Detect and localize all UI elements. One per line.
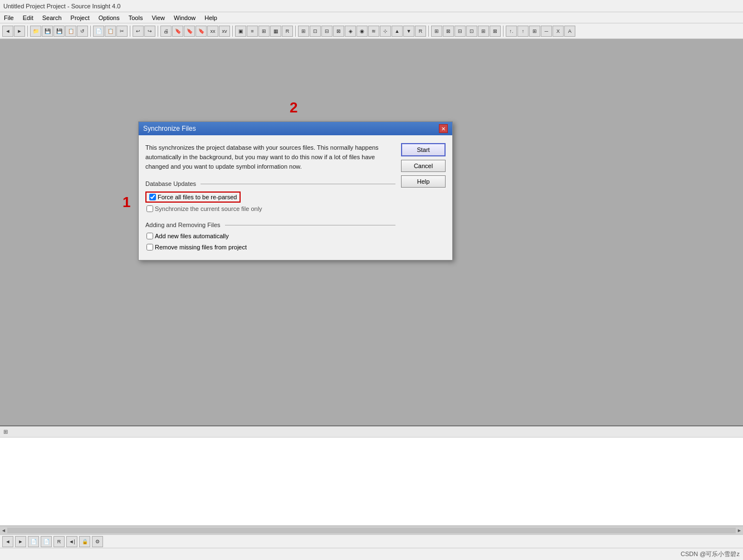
help-button[interactable]: Help	[401, 175, 446, 188]
status-bar: CSDN @可乐小雪碧z	[0, 548, 743, 560]
bt-file2-btn[interactable]: 📄	[41, 536, 52, 547]
nav-back-btn[interactable]: ◄	[2, 26, 13, 37]
paste-btn[interactable]: 📋	[105, 26, 116, 37]
bt-r-btn[interactable]: R	[53, 536, 65, 547]
scroll-track[interactable]	[7, 528, 736, 533]
menu-edit[interactable]: Edit	[21, 14, 35, 21]
extra1-btn[interactable]: ⊞	[298, 26, 309, 37]
sync-current-checkbox[interactable]	[146, 205, 153, 212]
extra2-btn[interactable]: ⊡	[310, 26, 321, 37]
database-updates-label: Database Updates	[145, 180, 196, 187]
bt-lock-btn[interactable]: 🔒	[79, 536, 90, 547]
func3-btn[interactable]: ⊞	[258, 26, 270, 37]
section-divider-2	[225, 225, 395, 225]
save3-btn[interactable]: 📋	[65, 26, 76, 37]
open-btn[interactable]: 📁	[30, 26, 41, 37]
print-btn[interactable]: 🖨	[160, 26, 172, 37]
menu-bar: File Edit Search Project Options Tools V…	[0, 12, 743, 23]
sym5-btn[interactable]: ⊞	[478, 26, 489, 37]
func5-btn[interactable]: R	[282, 26, 293, 37]
save2-btn[interactable]: 💾	[53, 26, 65, 37]
nav4-btn[interactable]: ─	[541, 26, 552, 37]
menu-project[interactable]: Project	[69, 14, 91, 21]
force-reparse-checkbox[interactable]	[149, 194, 156, 200]
menu-tools[interactable]: Tools	[127, 14, 145, 21]
panel-icon: ⊞	[3, 429, 8, 435]
dialog-body: This synchronizes the project database w…	[139, 135, 452, 260]
search2-btn[interactable]: xv	[219, 26, 230, 37]
synchronize-files-dialog: Synchronize Files ✕ This synchronizes th…	[138, 121, 453, 261]
sep3	[130, 26, 130, 37]
remove-missing-label[interactable]: Remove missing files from project	[146, 244, 247, 250]
bt-pipe-btn[interactable]: ◄|	[66, 536, 77, 547]
bt-gear-btn[interactable]: ⚙	[92, 536, 103, 547]
adding-removing-label: Adding and Removing Files	[145, 222, 221, 228]
scroll-right-btn[interactable]: ►	[737, 528, 742, 533]
menu-window[interactable]: Window	[172, 14, 197, 21]
sym6-btn[interactable]: ⊠	[490, 26, 501, 37]
bookmarks-btn[interactable]: 🔖	[172, 26, 183, 37]
sync-current-text: Synchronize the current source file only	[155, 205, 262, 212]
scroll-left-btn[interactable]: ◄	[1, 528, 6, 533]
extra5-btn[interactable]: ◈	[345, 26, 356, 37]
save-btn[interactable]: 💾	[42, 26, 53, 37]
adding-removing-section: Adding and Removing Files Add new files …	[145, 222, 395, 252]
toolbar: ◄ ► 📁 💾 💾 📋 ↺ 📄 📋 ✂ ↩ ↪ 🖨 🔖 🔖 🔖 xx xv ▣ …	[0, 23, 743, 39]
sep4	[158, 26, 158, 37]
sym1-btn[interactable]: ⊞	[431, 26, 442, 37]
database-updates-header: Database Updates	[145, 180, 395, 187]
bookmarks2-btn[interactable]: 🔖	[184, 26, 195, 37]
func4-btn[interactable]: ▦	[270, 26, 281, 37]
extra4-btn[interactable]: ⊠	[333, 26, 344, 37]
remove-missing-text: Remove missing files from project	[155, 244, 247, 250]
nav3-btn[interactable]: ⊞	[529, 26, 540, 37]
remove-missing-checkbox[interactable]	[146, 244, 153, 250]
app-title: Untitled Project Project - Source Insigh…	[3, 3, 120, 9]
extra3-btn[interactable]: ⊟	[321, 26, 333, 37]
database-updates-section: Database Updates Force all files to be r…	[145, 180, 395, 214]
redo-btn[interactable]: ↪	[144, 26, 155, 37]
bt-file1-btn[interactable]: 📄	[28, 536, 39, 547]
extra9-btn[interactable]: ▲	[392, 26, 403, 37]
bt-fwd-btn[interactable]: ►	[15, 536, 26, 547]
menu-view[interactable]: View	[150, 14, 167, 21]
func1-btn[interactable]: ▣	[235, 26, 246, 37]
extra6-btn[interactable]: ◉	[356, 26, 368, 37]
menu-help[interactable]: Help	[203, 14, 219, 21]
sym4-btn[interactable]: ⊡	[466, 26, 477, 37]
sym3-btn[interactable]: ⊟	[454, 26, 466, 37]
nav5-btn[interactable]: X	[553, 26, 564, 37]
nav1-btn[interactable]: ↑.	[506, 26, 517, 37]
sep8	[503, 26, 504, 37]
sep6	[295, 26, 296, 37]
add-new-files-label[interactable]: Add new files automatically	[146, 233, 229, 239]
refresh-btn[interactable]: ↺	[77, 26, 88, 37]
extra10-btn[interactable]: ▼	[403, 26, 414, 37]
cancel-button[interactable]: Cancel	[401, 160, 446, 172]
force-reparse-label[interactable]: Force all files to be re-parsed	[145, 191, 241, 203]
extra8-btn[interactable]: ⊹	[380, 26, 391, 37]
menu-file[interactable]: File	[2, 14, 16, 21]
bt-back-btn[interactable]: ◄	[2, 536, 13, 547]
nav6-btn[interactable]: A	[564, 26, 575, 37]
menu-search[interactable]: Search	[41, 14, 63, 21]
sym2-btn[interactable]: ⊠	[443, 26, 454, 37]
cut-btn[interactable]: ✂	[116, 26, 128, 37]
menu-options[interactable]: Options	[97, 14, 121, 21]
horizontal-scrollbar[interactable]: ◄ ►	[0, 525, 743, 534]
undo-btn[interactable]: ↩	[133, 26, 144, 37]
main-content-area: 2 1 Synchronize Files ✕	[0, 39, 743, 425]
nav2-btn[interactable]: ↑	[517, 26, 529, 37]
sync-current-label[interactable]: Synchronize the current source file only	[146, 205, 262, 212]
extra7-btn[interactable]: ≋	[368, 26, 379, 37]
add-new-files-checkbox[interactable]	[146, 233, 153, 239]
dialog-close-btn[interactable]: ✕	[439, 124, 448, 133]
copy-btn[interactable]: 📄	[93, 26, 104, 37]
nav-fwd-btn[interactable]: ►	[14, 26, 25, 37]
bookmarks3-btn[interactable]: 🔖	[195, 26, 207, 37]
search1-btn[interactable]: xx	[207, 26, 218, 37]
start-button[interactable]: Start	[401, 143, 446, 156]
extra11-btn[interactable]: R	[415, 26, 426, 37]
panel-content	[0, 438, 743, 525]
func2-btn[interactable]: ≡	[247, 26, 258, 37]
